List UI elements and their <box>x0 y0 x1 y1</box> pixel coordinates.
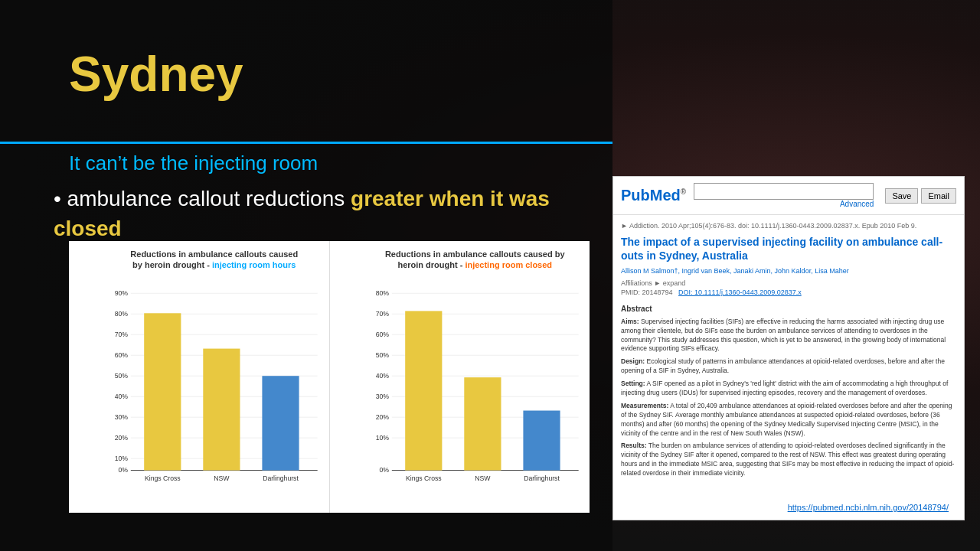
chart-left: Reductions in ambulance callouts caused … <box>69 241 330 513</box>
pubmed-meta: ► Addiction. 2010 Apr;105(4):676-83. doi… <box>621 221 956 231</box>
pubmed-design: Design: Ecological study of patterns in … <box>621 357 956 376</box>
pubmed-header: PubMed® Advanced Save Email <box>613 177 964 215</box>
pubmed-setting: Setting: A SIF opened as a pilot in Sydn… <box>621 380 956 398</box>
chart-right-title: Reductions in ambulance callouts caused … <box>368 249 583 271</box>
svg-text:20%: 20% <box>375 413 389 421</box>
chart-right-svg: 80% 70% 60% 50% 40% 30% 20% 10% 0% <box>368 277 583 484</box>
pubmed-logo-med: Med <box>650 187 681 204</box>
chart-right: Reductions in ambulance callouts caused … <box>330 241 590 513</box>
charts-container: Reductions in ambulance callouts caused … <box>69 241 590 513</box>
pubmed-panel: PubMed® Advanced Save Email ► Addiction.… <box>612 176 965 520</box>
svg-text:NSW: NSW <box>214 474 230 482</box>
slide-title: Sydney <box>69 46 243 103</box>
bar-kings-cross-right <box>405 311 442 470</box>
svg-text:70%: 70% <box>375 310 389 318</box>
svg-text:80%: 80% <box>115 310 129 318</box>
svg-text:0%: 0% <box>379 466 389 474</box>
svg-text:Darlinghurst: Darlinghurst <box>524 474 560 482</box>
pubmed-search-box: Advanced <box>694 183 874 208</box>
pubmed-article-title[interactable]: The impact of a supervised injecting fac… <box>621 235 956 262</box>
bullet-section: • ambulance callout reductions greater w… <box>54 184 605 243</box>
pubmed-search-input[interactable] <box>694 183 874 200</box>
pubmed-email-button[interactable]: Email <box>921 188 956 204</box>
svg-text:50%: 50% <box>375 351 389 359</box>
svg-text:30%: 30% <box>375 393 389 400</box>
svg-text:60%: 60% <box>115 351 129 359</box>
svg-text:Darlinghurst: Darlinghurst <box>263 474 299 482</box>
pubmed-url[interactable]: https://pubmed.ncbi.nlm.nih.gov/20148794… <box>788 503 949 512</box>
svg-text:40%: 40% <box>375 372 389 380</box>
pubmed-authors: Allison M Salmon†, Ingrid van Beek, Jana… <box>621 266 956 276</box>
pubmed-affiliations: Affiliations ► expand PMID: 20148794 DOI… <box>621 279 956 298</box>
svg-text:NSW: NSW <box>475 474 491 482</box>
svg-text:Kings Cross: Kings Cross <box>405 474 441 482</box>
pubmed-doi-link[interactable]: DOI: 10.1111/j.1360-0443.2009.02837.x <box>678 289 802 296</box>
svg-text:90%: 90% <box>115 289 129 297</box>
bar-nsw-right <box>464 377 501 470</box>
svg-text:60%: 60% <box>375 331 389 338</box>
pubmed-logo-pub: Pub <box>621 187 650 204</box>
svg-text:40%: 40% <box>115 393 129 400</box>
chart-left-title: Reductions in ambulance callouts caused … <box>107 249 322 271</box>
svg-text:50%: 50% <box>115 372 129 380</box>
pubmed-buttons: Save Email <box>885 188 956 204</box>
svg-text:80%: 80% <box>375 289 389 297</box>
svg-text:10%: 10% <box>375 434 389 442</box>
bullet-text-before: ambulance callout reductions <box>67 187 351 210</box>
svg-text:10%: 10% <box>115 455 129 462</box>
slide-subtitle: It can’t be the injecting room <box>69 152 318 175</box>
blue-divider <box>0 142 612 144</box>
bar-nsw-left <box>203 348 240 470</box>
pubmed-save-button[interactable]: Save <box>885 188 918 204</box>
bar-darlinghurst-right <box>523 410 560 470</box>
pubmed-content: ► Addiction. 2010 Apr;105(4):676-83. doi… <box>613 215 964 488</box>
pubmed-logo: PubMed® <box>621 187 686 204</box>
svg-text:70%: 70% <box>115 331 129 338</box>
pubmed-advanced-link[interactable]: Advanced <box>694 200 874 208</box>
pubmed-abstract-heading: Abstract <box>621 304 956 315</box>
pubmed-measurements: Measurements: A total of 20,409 ambulanc… <box>621 402 956 439</box>
svg-text:Kings Cross: Kings Cross <box>145 474 181 482</box>
svg-text:0%: 0% <box>118 466 128 474</box>
chart-left-svg: 90% 80% 70% 60% 50% 40% 30% 20% 10% 0% <box>107 277 322 484</box>
pubmed-results: Results: The burden on ambulance service… <box>621 442 956 478</box>
bar-darlinghurst-left <box>262 376 299 470</box>
svg-text:20%: 20% <box>115 434 129 442</box>
pubmed-aims: Aims: Supervised injecting facilities (S… <box>621 318 956 354</box>
bullet-text: • ambulance callout reductions greater w… <box>54 184 605 243</box>
bar-kings-cross-left <box>144 313 181 470</box>
svg-text:30%: 30% <box>115 413 129 421</box>
